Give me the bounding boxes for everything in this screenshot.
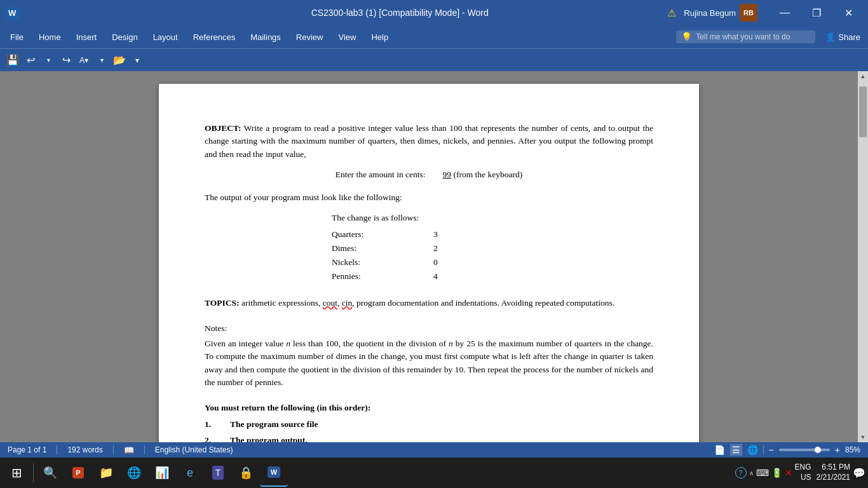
menu-mailings[interactable]: Mailings xyxy=(243,28,288,46)
notes-heading: Notes: xyxy=(205,322,653,335)
format-button[interactable]: A▾ xyxy=(76,53,92,68)
format-dropdown[interactable]: ▾ xyxy=(94,53,109,68)
return-item-2: 2. The program output. xyxy=(205,434,653,443)
quick-toolbar: 💾 ↩ ▾ ↪ A▾ ▾ 📂 ▾ xyxy=(0,48,868,71)
quarters-row: Quarters: 3 xyxy=(332,227,438,241)
zoom-out-button[interactable]: − xyxy=(769,445,774,455)
scroll-down-button[interactable]: ▼ xyxy=(858,432,868,442)
more-button[interactable]: ▾ xyxy=(130,53,145,68)
language: English (United States) xyxy=(155,445,233,454)
menu-review[interactable]: Review xyxy=(288,28,331,46)
change-heading: The change is as follows: xyxy=(332,212,653,224)
taskbar-right: ? ∧ ⌨ 🔋 ✕ ENG US 6:51 PM 2/21/2021 💬 xyxy=(735,463,865,482)
scroll-up-button[interactable]: ▲ xyxy=(858,71,868,81)
enter-prompt-line: Enter the amount in cents: 99 (from the … xyxy=(205,168,653,181)
lightbulb-icon: 💡 xyxy=(681,32,692,42)
clock[interactable]: ENG US 6:51 PM 2/21/2021 xyxy=(795,463,850,482)
minimize-button[interactable]: — xyxy=(770,3,799,22)
system-tray: ? ∧ ⌨ 🔋 ✕ xyxy=(735,467,792,478)
redo-button[interactable]: ↪ xyxy=(58,53,74,68)
chrome-icon: 🌐 xyxy=(127,466,141,480)
close-button[interactable]: ✕ xyxy=(834,3,863,22)
zoom-thumb xyxy=(815,447,821,453)
time-display: 6:51 PM xyxy=(817,463,850,473)
open-button[interactable]: 📂 xyxy=(112,53,127,68)
taskbar-chrome[interactable]: 🌐 xyxy=(120,459,148,487)
taskbar-files[interactable]: 📁 xyxy=(92,459,120,487)
help-icon[interactable]: ? xyxy=(735,467,747,478)
language-region: ENG US xyxy=(795,463,811,482)
taskbar-task-manager[interactable]: 📊 xyxy=(148,459,176,487)
vpn-icon: 🔒 xyxy=(239,466,253,480)
pennies-label: Pennies: xyxy=(332,269,433,283)
return-item2-text: The program output. xyxy=(230,434,308,443)
dimes-row: Dimes: 2 xyxy=(332,241,438,255)
powerpoint-icon: P xyxy=(72,467,83,478)
undo-button[interactable]: ↩ xyxy=(23,53,38,68)
taskbar-word[interactable]: W xyxy=(260,459,288,487)
vertical-scrollbar[interactable]: ▲ ▼ xyxy=(858,71,868,442)
return-item1-text: The program source file xyxy=(230,418,318,431)
taskbar-powerpoint[interactable]: P xyxy=(64,459,92,487)
topics-section: TOPICS: arithmetic expressions, cout, ci… xyxy=(205,297,653,309)
zoom-slider[interactable] xyxy=(779,449,830,451)
menu-view[interactable]: View xyxy=(330,28,363,46)
username: Rujina Begum xyxy=(684,8,736,18)
battery-icon[interactable]: 🔋 xyxy=(771,468,782,478)
menu-file[interactable]: File xyxy=(3,28,31,46)
taskbar-search[interactable]: 🔍 xyxy=(36,459,64,487)
edge-icon: e xyxy=(187,466,193,480)
pennies-row: Pennies: 4 xyxy=(332,269,438,283)
web-view-icon[interactable]: 🌐 xyxy=(747,445,758,455)
proofing-icon: 📖 xyxy=(124,445,134,455)
taskbar-vpn[interactable]: 🔒 xyxy=(232,459,260,487)
chevron-icon[interactable]: ∧ xyxy=(749,470,754,477)
enter-value-text: (from the keyboard) xyxy=(451,170,522,179)
user-avatar: RB xyxy=(740,4,757,22)
status-left: Page 1 of 1 192 words 📖 English (United … xyxy=(8,445,233,455)
notes-text: Given an integer value n less than 100, … xyxy=(205,337,653,389)
status-right: 📄 ☰ 🌐 − + 85% xyxy=(714,444,860,456)
taskbar-teams[interactable]: T xyxy=(204,459,232,487)
title-bar: W CS2300-lab3 (1) [Compatibility Mode] -… xyxy=(0,0,868,25)
start-button[interactable]: ⊞ xyxy=(3,459,31,487)
print-layout-icon[interactable]: ☰ xyxy=(730,444,742,456)
document-page[interactable]: OBJECT: Write a program to read a positi… xyxy=(159,84,699,442)
document-scroll[interactable]: OBJECT: Write a program to read a positi… xyxy=(0,71,858,442)
taskbar-divider xyxy=(33,463,34,482)
scrollbar-thumb[interactable] xyxy=(859,86,867,137)
teams-icon: T xyxy=(212,466,224,480)
nickels-row: Nickels: 0 xyxy=(332,255,438,269)
menu-layout[interactable]: Layout xyxy=(146,28,186,46)
read-mode-icon[interactable]: 📄 xyxy=(714,445,725,455)
quarters-label: Quarters: xyxy=(332,227,433,241)
notification-icon[interactable]: 💬 xyxy=(853,467,865,479)
return-section: You must return the following (in this o… xyxy=(205,402,653,442)
save-button[interactable]: 💾 xyxy=(5,53,20,68)
menu-design[interactable]: Design xyxy=(104,28,145,46)
return-item-1: 1. The program source file xyxy=(205,418,653,431)
dimes-val: 2 xyxy=(433,241,438,255)
menu-references[interactable]: References xyxy=(186,28,243,46)
status-bar: Page 1 of 1 192 words 📖 English (United … xyxy=(0,442,868,458)
object-label: OBJECT: xyxy=(205,123,241,133)
share-button[interactable]: 👤 Share xyxy=(820,30,865,44)
word-icon: W xyxy=(268,466,280,478)
zoom-in-button[interactable]: + xyxy=(835,445,840,455)
menu-home[interactable]: Home xyxy=(31,28,69,46)
undo-dropdown[interactable]: ▾ xyxy=(41,53,56,68)
restore-button[interactable]: ❐ xyxy=(802,3,831,22)
enter-value: 99 xyxy=(443,170,452,179)
keyboard-icon[interactable]: ⌨ xyxy=(756,468,769,478)
menu-help[interactable]: Help xyxy=(363,28,396,46)
taskbar-edge[interactable]: e xyxy=(176,459,204,487)
files-icon: 📁 xyxy=(99,466,113,480)
window-title: CS2300-lab3 (1) [Compatibility Mode] - W… xyxy=(132,8,667,18)
search-bar[interactable]: 💡 xyxy=(676,30,815,43)
menu-bar: File Home Insert Design Layout Reference… xyxy=(0,25,868,48)
nickels-val: 0 xyxy=(433,255,438,269)
notes-section: Notes: Given an integer value n less tha… xyxy=(205,322,653,389)
search-input[interactable] xyxy=(696,32,810,41)
close-icon-tray[interactable]: ✕ xyxy=(785,468,792,478)
menu-insert[interactable]: Insert xyxy=(69,28,105,46)
